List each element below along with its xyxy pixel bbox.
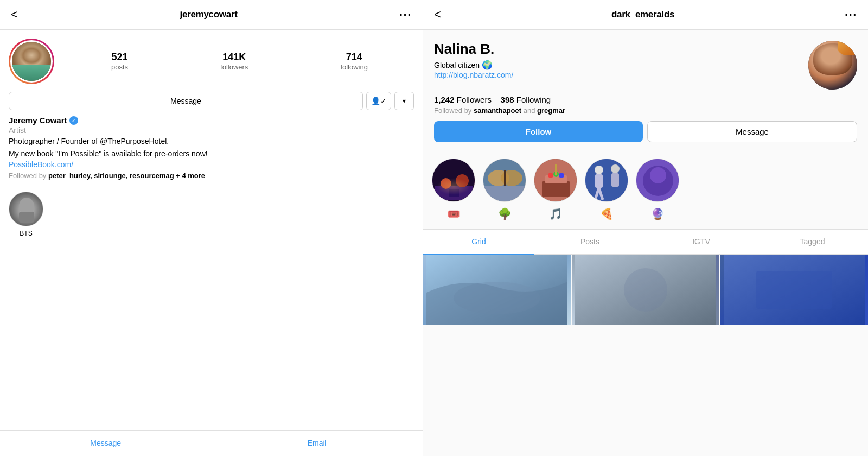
right-highlight-circle-3 — [534, 159, 577, 202]
left-highlight-bts-label: BTS — [20, 230, 32, 237]
svg-point-23 — [611, 164, 620, 173]
right-more-button[interactable]: ··· — [845, 9, 857, 21]
right-profile-section: Nalina B. Global citizen 🌍 http://blog.n… — [423, 30, 868, 159]
left-followers-label: followers — [220, 63, 248, 71]
left-back-button[interactable]: < — [11, 8, 18, 22]
left-following-count: 714 — [346, 52, 362, 63]
right-back-button[interactable]: < — [434, 8, 441, 22]
right-highlight-emoji-3: 🎵 — [549, 207, 563, 220]
right-followed-by: Followed by samanthapoet and gregmar — [434, 106, 857, 115]
right-grid-item-2[interactable] — [572, 255, 719, 325]
right-highlight-circle-4 — [585, 159, 628, 202]
svg-rect-21 — [585, 159, 628, 202]
left-header: < jeremycowart ··· — [0, 0, 423, 30]
left-bio-line1: Photographer / Founder of @ThePurposeHot… — [9, 136, 414, 147]
left-more-button[interactable]: ··· — [399, 9, 412, 21]
right-fl-label: Followers — [457, 95, 492, 104]
left-posts-label: posts — [111, 63, 128, 71]
left-stat-followers[interactable]: 141K followers — [220, 52, 248, 71]
right-fng-label: Following — [516, 95, 551, 104]
svg-rect-36 — [756, 271, 832, 309]
right-tab-igtv[interactable]: IGTV — [646, 230, 757, 255]
right-tab-tagged[interactable]: Tagged — [757, 230, 868, 255]
right-highlight-circle-1 — [432, 159, 475, 202]
right-highlight-circle-2 — [483, 159, 526, 202]
right-panel: < dark_emeralds ··· Nalina B. Global cit… — [423, 0, 868, 456]
right-grid-item-1[interactable] — [423, 255, 571, 325]
left-dropdown-button[interactable]: ▾ — [394, 92, 414, 110]
left-following-label: following — [340, 63, 368, 71]
right-highlight-3[interactable]: 🎵 — [534, 159, 577, 220]
right-highlight-emoji-1: 🎟️ — [447, 207, 461, 220]
left-username: jeremycowart — [180, 9, 238, 20]
svg-point-30 — [650, 167, 666, 183]
right-grid-item-3[interactable] — [720, 255, 868, 325]
right-username: dark_emeralds — [611, 9, 674, 20]
svg-rect-4 — [435, 186, 473, 200]
left-stat-following[interactable]: 714 following — [340, 52, 368, 71]
right-display-name: Nalina B. — [434, 41, 808, 58]
left-avatar-wrapper — [9, 39, 54, 84]
right-follower2: gregmar — [537, 106, 565, 115]
right-follow-button[interactable]: Follow — [434, 121, 643, 142]
left-followers-names: peter_hurley, slrlounge, resourcemag + 4… — [48, 172, 205, 180]
right-avatar — [808, 41, 857, 90]
svg-point-6 — [456, 174, 469, 187]
left-profile-top: 521 posts 141K followers 714 following — [9, 39, 414, 84]
left-followers-count: 141K — [222, 52, 246, 63]
svg-rect-24 — [595, 174, 603, 188]
right-highlight-5[interactable]: 🔮 — [636, 159, 679, 220]
left-followed-by: Followed by peter_hurley, slrlounge, res… — [9, 172, 414, 180]
svg-rect-25 — [611, 173, 619, 187]
right-highlight-emoji-4: 🍕 — [600, 207, 614, 220]
left-tab-email[interactable]: Email — [212, 431, 423, 456]
left-display-name: Jeremy Cowart — [9, 116, 67, 125]
globe-icon: 🌍 — [482, 60, 493, 70]
left-bio-subtitle: Artist — [9, 126, 414, 135]
left-action-row: Message 👤✓ ▾ — [9, 92, 414, 110]
svg-rect-7 — [449, 189, 459, 197]
left-panel: < jeremycowart ··· 521 posts 141K follow… — [0, 0, 423, 456]
left-follow-check-button[interactable]: 👤✓ — [366, 92, 391, 110]
left-tab-message[interactable]: Message — [0, 431, 212, 456]
right-avatar-image — [808, 41, 857, 90]
right-highlight-2[interactable]: 🌳 — [483, 159, 526, 220]
left-stats-row: 521 posts 141K followers 714 following — [65, 52, 414, 71]
left-highlight-bts[interactable]: BTS — [9, 192, 43, 237]
svg-point-16 — [548, 173, 553, 178]
right-follower1: samanthapoet — [474, 106, 521, 115]
left-avatar — [10, 40, 53, 83]
right-tabs: Grid Posts IGTV Tagged — [423, 229, 868, 255]
right-tab-grid[interactable]: Grid — [423, 230, 534, 255]
left-bio-link[interactable]: PossibleBook.com/ — [9, 160, 73, 169]
right-followers-count: 1,242 — [434, 95, 455, 104]
right-bio-link[interactable]: http://blog.nbaratz.com/ — [434, 71, 513, 79]
right-stats-text: 1,242 Followers 398 Following — [434, 95, 551, 104]
svg-point-22 — [595, 166, 603, 174]
right-bio-text: Global citizen 🌍 — [434, 60, 808, 70]
left-highlight-bts-circle — [9, 192, 43, 226]
svg-point-5 — [441, 178, 451, 189]
left-avatar-image — [12, 42, 51, 81]
left-bio-name: Jeremy Cowart ✓ — [9, 116, 414, 125]
left-highlights: BTS — [0, 185, 423, 244]
left-stat-posts[interactable]: 521 posts — [111, 52, 128, 71]
verified-icon: ✓ — [69, 116, 78, 125]
right-message-button[interactable]: Message — [647, 121, 857, 142]
right-highlight-1[interactable]: 🎟️ — [432, 159, 475, 220]
right-action-row: Follow Message — [434, 121, 857, 142]
dropdown-icon: ▾ — [403, 97, 406, 105]
right-highlight-emoji-5: 🔮 — [651, 207, 665, 220]
left-profile-section: 521 posts 141K followers 714 following M… — [0, 30, 423, 116]
left-bio-section: Jeremy Cowart ✓ Artist Photographer / Fo… — [0, 116, 423, 185]
left-message-button[interactable]: Message — [9, 92, 363, 110]
right-tab-posts[interactable]: Posts — [534, 230, 646, 255]
right-stats: 1,242 Followers 398 Following — [434, 95, 857, 104]
right-highlight-4[interactable]: 🍕 — [585, 159, 628, 220]
right-profile-info: Nalina B. Global citizen 🌍 http://blog.n… — [434, 41, 808, 80]
left-posts-count: 521 — [112, 52, 128, 63]
left-bio-line2: My new book "I'm Possible" is available … — [9, 148, 414, 160]
svg-point-18 — [559, 173, 564, 178]
right-followed-prefix: Followed by — [434, 106, 474, 115]
svg-rect-9 — [483, 186, 526, 202]
